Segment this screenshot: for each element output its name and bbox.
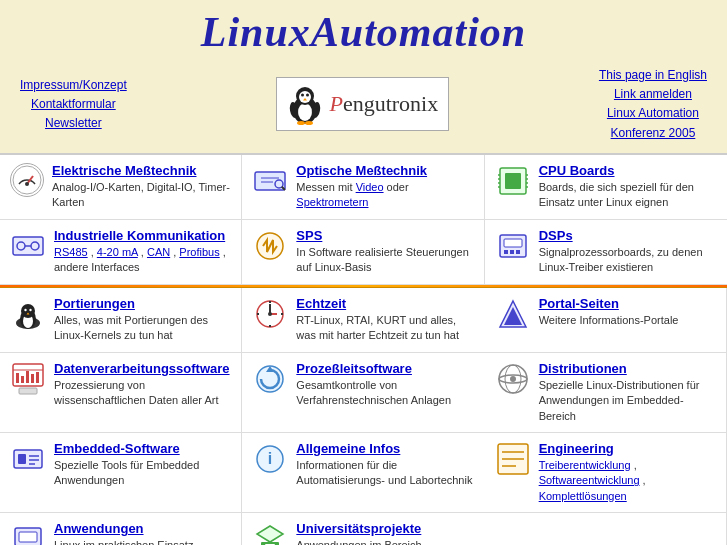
- nav-right: This page in English Link anmelden Linux…: [599, 66, 707, 143]
- sps-desc: In Software realisierte Steuerungen auf …: [296, 246, 468, 273]
- svg-rect-63: [19, 388, 37, 394]
- uni-desc: Anwendungen im Bereich: [296, 539, 421, 545]
- distributionen-content: Distributionen Spezielle Linux-Distribut…: [539, 361, 716, 424]
- engineering-content: Engineering Treiberentwicklung , Softwar…: [539, 441, 646, 504]
- top-nav: Impressum/Konzept Kontaktformular Newsle…: [0, 60, 727, 153]
- optische-link[interactable]: Optische Meßtechnik: [296, 163, 473, 178]
- cpu-icon: [495, 163, 531, 199]
- dsps-content: DSPs Signalprozessorboards, zu denen Lin…: [539, 228, 717, 276]
- komplettloesungen-link[interactable]: Komplettlösungen: [539, 490, 627, 502]
- cell-sps: SPS In Software realisierte Steuerungen …: [242, 220, 484, 285]
- prozess-icon: [252, 361, 288, 397]
- linux-automation-link[interactable]: Linux Automation: [607, 106, 699, 120]
- datenverarbeitung-content: Datenverarbeitungssoftware Prozessierung…: [54, 361, 231, 409]
- cell-cpu: CPU Boards Boards, die sich speziell für…: [485, 155, 727, 220]
- embedded-link[interactable]: Embedded-Software: [54, 441, 231, 456]
- allgemeine-link[interactable]: Allgemeine Infos: [296, 441, 474, 456]
- newsletter-link[interactable]: Newsletter: [45, 116, 102, 130]
- anwendungen-link[interactable]: Anwendungen: [54, 521, 193, 536]
- cell-empty: [485, 513, 727, 545]
- pengutronix-logo[interactable]: Pengutronix: [276, 77, 449, 131]
- cell-uni: Universitätsprojekte Anwendungen im Bere…: [242, 513, 484, 545]
- distributionen-desc: Spezielle Linux-Distributionen für Anwen…: [539, 379, 700, 422]
- engineering-link[interactable]: Engineering: [539, 441, 646, 456]
- uni-link[interactable]: Universitätsprojekte: [296, 521, 421, 536]
- nav-left: Impressum/Konzept Kontaktformular Newsle…: [20, 76, 127, 134]
- konferenz-link[interactable]: Konferenz 2005: [611, 126, 696, 140]
- kontakt-link[interactable]: Kontaktformular: [31, 97, 116, 111]
- uni-content: Universitätsprojekte Anwendungen im Bere…: [296, 521, 421, 545]
- profibus-link[interactable]: Profibus: [179, 246, 219, 258]
- optische-icon: [252, 163, 288, 199]
- main-grid: Elektrische Meßtechnik Analog-I/O-Karten…: [0, 153, 727, 545]
- rs485-link[interactable]: RS485: [54, 246, 88, 258]
- svg-point-7: [297, 121, 305, 125]
- prozess-link[interactable]: Prozeßleitsoftware: [296, 361, 474, 376]
- cpu-link[interactable]: CPU Boards: [539, 163, 717, 178]
- echtzeit-link[interactable]: Echtzeit: [296, 296, 474, 311]
- cpu-content: CPU Boards Boards, die sich speziell für…: [539, 163, 717, 211]
- datenverarbeitung-link[interactable]: Datenverarbeitungssoftware: [54, 361, 231, 376]
- cell-prozessleitsoftware: Prozeßleitsoftware Gesamtkontrolle von V…: [242, 353, 484, 433]
- elektrische-link[interactable]: Elektrische Meßtechnik: [52, 163, 231, 178]
- industrielle-desc: RS485 , 4-20 mA , CAN , Profibus , ander…: [54, 246, 226, 273]
- sps-content: SPS In Software realisierte Steuerungen …: [296, 228, 473, 276]
- impressum-link[interactable]: Impressum/Konzept: [20, 78, 127, 92]
- svg-rect-20: [505, 173, 521, 189]
- anwendungen-content: Anwendungen Linux im praktischen Einsatz: [54, 521, 193, 545]
- svg-rect-60: [26, 371, 29, 383]
- allgemeine-desc: Informationen für die Automatisierungs- …: [296, 459, 472, 486]
- cell-portierungen: Portierungen Alles, was mit Portierungen…: [0, 288, 242, 353]
- portierungen-link[interactable]: Portierungen: [54, 296, 231, 311]
- logo-area: Pengutronix: [276, 77, 449, 131]
- svg-point-1: [298, 103, 312, 121]
- elektrische-desc: Analog-I/O-Karten, Digital-IO, Timer-Kar…: [52, 181, 230, 208]
- cell-embedded: Embedded-Software Spezielle Tools für Em…: [0, 433, 242, 513]
- cell-echtzeit: Echtzeit RT-Linux, RTAI, KURT und alles,…: [242, 288, 484, 353]
- svg-rect-71: [18, 454, 26, 464]
- site-title: LinuxAutomation: [0, 8, 727, 56]
- embedded-icon: [10, 441, 46, 477]
- svg-point-69: [510, 376, 516, 382]
- cell-portal: Portal-Seiten Weitere Informations-Porta…: [485, 288, 727, 353]
- softwareentwicklung-link[interactable]: Softwareentwicklung: [539, 474, 640, 486]
- logo-text: Pengutronix: [329, 91, 438, 117]
- optische-content: Optische Meßtechnik Messen mit Video ode…: [296, 163, 473, 211]
- svg-rect-62: [36, 372, 39, 383]
- engineering-icon: [495, 441, 531, 477]
- logo-rest: engutronix: [343, 91, 438, 116]
- portal-link[interactable]: Portal-Seiten: [539, 296, 679, 311]
- video-link[interactable]: Video: [356, 181, 384, 193]
- svg-point-3: [299, 91, 311, 103]
- dsps-link[interactable]: DSPs: [539, 228, 717, 243]
- portierungen-content: Portierungen Alles, was mit Portierungen…: [54, 296, 231, 344]
- svg-point-43: [24, 309, 26, 311]
- svg-rect-37: [510, 250, 514, 254]
- industrielle-content: Industrielle Kommunikation RS485 , 4-20 …: [54, 228, 231, 276]
- cell-dsps: DSPs Signalprozessorboards, zu denen Lin…: [485, 220, 727, 285]
- spektrometer-link[interactable]: Spektrometern: [296, 196, 368, 208]
- 420ma-link[interactable]: 4-20 mA: [97, 246, 138, 258]
- cell-distributionen: Distributionen Spezielle Linux-Distribut…: [485, 353, 727, 433]
- cell-anwendungen: Anwendungen Linux im praktischen Einsatz: [0, 513, 242, 545]
- english-link[interactable]: This page in English: [599, 68, 707, 82]
- cpu-desc: Boards, die sich speziell für den Einsat…: [539, 181, 694, 208]
- cell-optische: Optische Meßtechnik Messen mit Video ode…: [242, 155, 484, 220]
- industrielle-link[interactable]: Industrielle Kommunikation: [54, 228, 231, 243]
- link-anmelden[interactable]: Link anmelden: [614, 87, 692, 101]
- elektrische-content: Elektrische Meßtechnik Analog-I/O-Karten…: [52, 163, 231, 211]
- sps-icon: [252, 228, 288, 264]
- treiberentwicklung-link[interactable]: Treiberentwicklung: [539, 459, 631, 471]
- datenverarbeitung-desc: Prozessierung von wissenschaftlichen Dat…: [54, 379, 218, 406]
- sps-link[interactable]: SPS: [296, 228, 473, 243]
- logo-p: P: [329, 91, 342, 116]
- can-link[interactable]: CAN: [147, 246, 170, 258]
- portierungen-icon: [10, 296, 46, 332]
- anwendungen-desc: Linux im praktischen Einsatz: [54, 539, 193, 545]
- portal-desc: Weitere Informations-Portale: [539, 314, 679, 326]
- distributionen-link[interactable]: Distributionen: [539, 361, 716, 376]
- svg-point-13: [25, 182, 29, 186]
- allgemeine-icon: i: [252, 441, 288, 477]
- svg-point-4: [301, 94, 304, 97]
- embedded-content: Embedded-Software Spezielle Tools für Em…: [54, 441, 231, 489]
